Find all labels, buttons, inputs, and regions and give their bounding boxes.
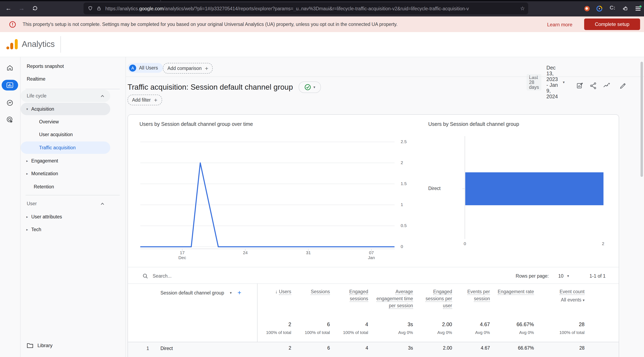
chart-labels: 00.511.522.517Dec243107Jan02Direct [128, 115, 619, 267]
divider [26, 89, 120, 89]
browser-toolbar: ← → https://analytics.google.com/analyti… [0, 0, 644, 16]
share-icon [590, 82, 597, 90]
column-header[interactable]: Engaged sessions [340, 288, 368, 302]
learn-more-link[interactable]: Learn more [547, 22, 572, 28]
chevron-down-icon: ▾ [314, 85, 315, 89]
sidebar-item-traffic-acquisition-selected[interactable]: Traffic acquisition [20, 142, 110, 154]
colorzilla-extension-icon[interactable]: C: [610, 4, 615, 11]
column-header[interactable]: Events per session [464, 288, 490, 302]
rail-reports-button-active[interactable] [2, 80, 18, 90]
bookmark-star-icon[interactable]: ☆ [520, 5, 525, 12]
row-value: 4 [323, 346, 368, 350]
rail-home-button[interactable] [6, 64, 14, 72]
data-quality-badge[interactable]: ▾ [299, 82, 321, 93]
add-comparison-button[interactable]: Add comparison + [163, 63, 213, 74]
analytics-logo[interactable] [6, 39, 18, 50]
page-title: Traffic acquisition: Session default cha… [128, 83, 293, 92]
column-header[interactable]: Event countAll events ▾ [547, 288, 584, 304]
column-header[interactable]: Average engagement time per session [375, 288, 413, 309]
sidebar-item-reports-snapshot[interactable]: Reports snapshot [27, 60, 64, 72]
reports-sidebar: Reports snapshot Realtime Life cycle ▾ A… [20, 57, 126, 357]
rows-per-page-label: Rows per page: [492, 274, 549, 278]
chevron-up-icon [100, 94, 104, 97]
report-builder-icon [576, 82, 584, 90]
add-filter-button[interactable]: Add filter + [128, 94, 162, 105]
divider [126, 76, 644, 77]
row-value: 3s [368, 346, 413, 350]
totals-subtext: Avg 0% [445, 330, 490, 335]
edit-report-button[interactable] [619, 82, 627, 90]
forward-button[interactable]: → [18, 4, 25, 12]
x-tick: 07 [363, 250, 380, 255]
y-tick: 0 [401, 244, 403, 249]
dimension-header[interactable]: Session default channel group ▾ + [160, 289, 241, 296]
bar-x-tick: 0 [456, 241, 473, 246]
column-header[interactable]: ↓ Users [254, 288, 291, 295]
rail-explore-button[interactable] [6, 99, 14, 106]
totals-subtext: 100% of total [246, 330, 291, 335]
table-row[interactable]: 1 Direct 2643s2.004.6766.67%28 [128, 342, 619, 357]
sidebar-item-overview[interactable]: Overview [39, 116, 59, 128]
chevron-up-icon [100, 202, 104, 205]
menu-hamburger-icon[interactable] [635, 5, 642, 12]
totals-value: 66.67% [489, 322, 534, 328]
duckduckgo-extension-icon[interactable] [584, 6, 590, 11]
table-search-placeholder[interactable]: Search... [152, 274, 172, 278]
divider [128, 284, 619, 284]
table-search[interactable] [142, 273, 148, 279]
totals-value: 2 [246, 322, 291, 328]
banner-message: This property's setup is not complete. S… [23, 22, 398, 27]
product-name: Analytics [22, 40, 55, 49]
lock-icon[interactable] [96, 6, 102, 11]
triangle-right-icon: ▸ [23, 159, 31, 163]
url-bar[interactable]: https://analytics.google.com/analytics/w… [84, 2, 528, 14]
rail-advertising-button[interactable] [6, 116, 14, 124]
sidebar-item-monetization[interactable]: ▸Monetization [23, 168, 58, 180]
sidebar-item-user-attributes[interactable]: ▸User attributes [23, 210, 62, 223]
row-value: 66.67% [489, 346, 534, 350]
column-header[interactable]: Sessions [293, 288, 330, 295]
sidebar-item-engagement[interactable]: ▸Engagement [23, 155, 58, 167]
sidebar-section-user[interactable]: User [20, 198, 110, 210]
header-divider [60, 36, 61, 53]
chevron-down-icon: ▾ [230, 291, 232, 295]
row-number: 1 [146, 346, 149, 351]
event-count-filter[interactable]: All events ▾ [547, 296, 584, 304]
extension-icon[interactable] [596, 6, 602, 11]
back-button[interactable]: ← [5, 4, 12, 12]
sidebar-item-acquisition[interactable]: ▾ Acquisition [20, 103, 110, 115]
column-header[interactable]: Engagement rate [495, 288, 534, 295]
tab-divider [160, 0, 161, 1]
plus-icon: + [205, 65, 208, 72]
x-tick: 17 [174, 250, 190, 255]
totals-value: 4 [323, 322, 368, 328]
insights-icon [603, 82, 611, 90]
browser-tab-strip [0, 0, 644, 1]
divider [26, 195, 120, 195]
bar-category-label: Direct [400, 186, 440, 191]
refresh-button[interactable] [32, 5, 38, 12]
row-channel: Direct [160, 346, 173, 351]
y-tick: 1.5 [401, 181, 407, 186]
comparison-chip-all-users[interactable]: A All Users [128, 63, 163, 73]
sidebar-item-user-acquisition[interactable]: User acquisition [39, 128, 73, 141]
extensions-puzzle-icon[interactable] [622, 5, 628, 12]
add-dimension-button[interactable]: + [238, 289, 242, 296]
insights-button[interactable] [603, 82, 611, 90]
sidebar-divider [126, 57, 126, 357]
sidebar-section-life-cycle[interactable]: Life cycle [20, 90, 110, 102]
scrollbar[interactable] [640, 62, 643, 177]
customize-report-button[interactable] [576, 82, 584, 90]
report-card: Users by Session default channel group o… [128, 114, 619, 357]
shield-icon[interactable] [88, 6, 93, 11]
sidebar-item-tech[interactable]: ▸Tech [23, 223, 41, 236]
share-button[interactable] [590, 82, 597, 90]
sidebar-item-realtime[interactable]: Realtime [27, 73, 46, 85]
sort-desc-icon: ↓ [275, 289, 279, 294]
pencil-icon [619, 82, 627, 90]
column-header[interactable]: Engaged sessions per user [422, 288, 452, 309]
complete-setup-button[interactable]: Complete setup [584, 18, 640, 30]
sidebar-item-retention[interactable]: Retention [34, 180, 54, 193]
sidebar-item-library[interactable]: Library [27, 342, 52, 348]
analytics-header: Analytics All accounts›Test HCL GA My lo… [0, 32, 644, 57]
